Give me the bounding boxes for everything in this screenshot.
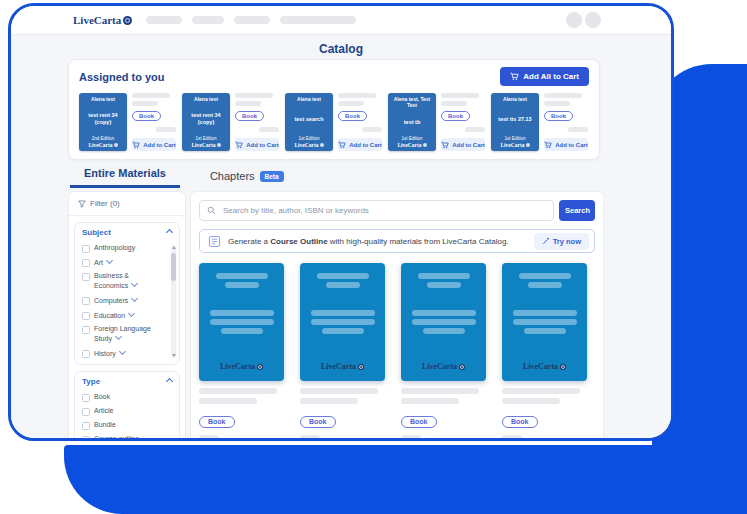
filter-option[interactable]: Book xyxy=(82,390,172,404)
filter-option-label: Foreign Language Study xyxy=(94,325,151,342)
chevron-down-icon[interactable] xyxy=(119,348,126,355)
livecarta-globe-icon xyxy=(114,143,118,147)
chevron-down-icon[interactable] xyxy=(131,280,138,287)
filter-option[interactable]: Art xyxy=(82,255,165,270)
cover-placeholder xyxy=(311,310,375,316)
text-placeholder xyxy=(235,93,273,98)
text-placeholder xyxy=(199,398,257,404)
add-to-cart-button[interactable]: Add to Cart xyxy=(235,138,279,151)
chevron-down-icon[interactable] xyxy=(106,256,113,263)
try-now-button[interactable]: Try now xyxy=(534,233,589,250)
catalog-item: LiveCarta Book xyxy=(199,263,284,441)
filter-count-label: Filter (0) xyxy=(90,199,120,208)
cover-brand: LiveCarta xyxy=(88,142,117,148)
chevron-down-icon[interactable] xyxy=(115,333,122,340)
text-placeholder xyxy=(544,101,570,106)
filter-option[interactable]: Anthropology xyxy=(82,241,165,255)
add-all-to-cart-button[interactable]: Add All to Cart xyxy=(500,67,589,86)
filter-option[interactable]: Article xyxy=(82,404,172,418)
cover-placeholder xyxy=(528,282,562,288)
filter-option[interactable]: Foreign Language Study xyxy=(82,323,165,347)
assigned-card: Alena test test tts 27.13 1st Edition Li… xyxy=(491,93,588,151)
cover-title: test search xyxy=(294,116,323,123)
livecarta-globe-icon xyxy=(560,364,566,370)
assigned-title: Assigned to you xyxy=(79,71,165,83)
chevron-down-icon[interactable] xyxy=(128,309,135,316)
cart-icon xyxy=(132,141,140,149)
filter-option[interactable]: Bundle xyxy=(82,418,172,432)
cover-title: test rent 34 (copy) xyxy=(184,112,228,125)
book-cover[interactable]: LiveCarta xyxy=(401,263,486,381)
add-to-cart-button[interactable]: Add to Cart xyxy=(132,138,176,151)
cover-brand: LiveCarta xyxy=(397,142,426,148)
checkbox[interactable] xyxy=(82,297,90,305)
checkbox[interactable] xyxy=(82,312,90,320)
add-to-cart-button[interactable]: Add to Cart xyxy=(544,138,588,151)
page-content: Catalog Assigned to you Add All to Cart xyxy=(11,34,671,438)
book-cover[interactable]: Alena test, Test Test test tb 1st Editio… xyxy=(388,93,436,151)
add-to-cart-label: Add to Cart xyxy=(555,142,588,148)
book-cover[interactable]: Alena test test rent 34 (copy) 2nd Editi… xyxy=(79,93,127,151)
text-placeholder xyxy=(502,435,522,441)
checkbox[interactable] xyxy=(82,326,90,334)
cover-author: Alena test xyxy=(297,96,321,102)
book-cover[interactable]: LiveCarta xyxy=(199,263,284,381)
beta-badge: Beta xyxy=(260,171,284,182)
cover-brand: LiveCarta xyxy=(191,142,220,148)
book-cover[interactable]: Alena test test rent 34 (copy) 1st Editi… xyxy=(182,93,230,151)
filter-option[interactable]: Education xyxy=(82,308,165,323)
course-outline-banner: Generate a Course Outline with high-qual… xyxy=(199,229,595,253)
add-to-cart-button[interactable]: Add to Cart xyxy=(338,138,382,151)
filter-section-header[interactable]: Subject xyxy=(82,228,172,237)
text-placeholder xyxy=(300,398,358,404)
subject-scrollbar[interactable] xyxy=(171,245,176,358)
search-button[interactable]: Search xyxy=(559,200,595,221)
book-cover[interactable]: LiveCarta xyxy=(502,263,587,381)
livecarta-logo[interactable]: LiveCarta xyxy=(73,14,132,26)
search-input[interactable] xyxy=(221,205,546,216)
chevron-down-icon[interactable] xyxy=(131,295,138,302)
cover-title: test rent 34 (copy) xyxy=(81,112,125,125)
checkbox[interactable] xyxy=(82,245,90,253)
type-badge: Book xyxy=(441,111,470,121)
filter-header[interactable]: Filter (0) xyxy=(69,192,185,216)
scrollbar-thumb[interactable] xyxy=(171,253,176,281)
filter-option-label: Article xyxy=(94,407,113,416)
checkbox[interactable] xyxy=(82,408,90,416)
checkbox[interactable] xyxy=(82,394,90,402)
text-placeholder xyxy=(338,93,376,98)
book-cover[interactable]: Alena test test search 1st Edition LiveC… xyxy=(285,93,333,151)
filter-option[interactable]: Course outline xyxy=(82,432,172,441)
checkbox[interactable] xyxy=(82,350,90,358)
book-cover[interactable]: Alena test test tts 27.13 1st Edition Li… xyxy=(491,93,539,151)
checkbox[interactable] xyxy=(82,259,90,267)
type-badge: Book xyxy=(132,111,161,121)
cover-placeholder xyxy=(322,328,364,334)
text-placeholder xyxy=(300,388,378,394)
filter-option[interactable]: Computers xyxy=(82,293,165,308)
filter-option-label: Book xyxy=(94,393,110,402)
text-placeholder xyxy=(199,435,219,441)
cart-icon xyxy=(510,72,519,81)
cover-author: Alena test, Test Test xyxy=(390,96,434,108)
cover-placeholder xyxy=(519,273,571,279)
add-to-cart-label: Add to Cart xyxy=(143,142,176,148)
type-badge: Book xyxy=(502,416,538,428)
scroll-down-arrow-icon[interactable] xyxy=(172,354,176,357)
tab-chapters[interactable]: Chapters Beta xyxy=(206,170,288,188)
cover-edition: 1st Edition xyxy=(401,136,422,141)
scroll-up-arrow-icon[interactable] xyxy=(172,246,176,249)
filter-section-header[interactable]: Type xyxy=(82,377,172,386)
livecarta-globe-icon xyxy=(217,143,221,147)
checkbox[interactable] xyxy=(82,422,90,430)
book-cover[interactable]: LiveCarta xyxy=(300,263,385,381)
text-placeholder xyxy=(132,93,170,98)
filter-option[interactable]: Business & Economics xyxy=(82,270,165,294)
add-to-cart-button[interactable]: Add to Cart xyxy=(441,138,485,151)
tab-entire-materials[interactable]: Entire Materials xyxy=(70,167,180,188)
cover-placeholder xyxy=(311,319,375,325)
checkbox[interactable] xyxy=(82,273,90,281)
filter-option[interactable]: History xyxy=(82,346,165,359)
checkbox[interactable] xyxy=(82,436,90,442)
cover-placeholder xyxy=(412,319,476,325)
